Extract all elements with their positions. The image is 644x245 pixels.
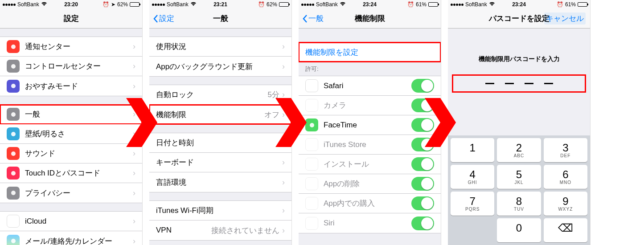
- screen-restrictions: SoftBank 23:24 ⏰ 61% 一般 機能制限 機能制限を設定 許可:…: [299, 0, 441, 245]
- passcode-dash: [525, 83, 533, 84]
- gear-icon: [7, 108, 20, 121]
- svg-point-0: [11, 45, 16, 49]
- settings-row[interactable]: 通知センター›: [0, 37, 142, 57]
- keypad-spacer: [451, 218, 494, 242]
- status-bar: SoftBank 23:24 ⏰ 61%: [448, 0, 590, 9]
- app-label: Appの削除: [324, 179, 411, 189]
- settings-row[interactable]: 一般›: [0, 105, 142, 124]
- row-label: 言語環境: [156, 177, 282, 188]
- nav-bar: 設定 一般: [149, 9, 291, 29]
- svg-point-5: [11, 151, 16, 156]
- app-label: iTunes Store: [324, 140, 411, 149]
- fingerprint-icon: [7, 167, 20, 180]
- settings-row[interactable]: Touch IDとパスコード›: [0, 163, 142, 183]
- status-time: 23:20: [0, 1, 142, 8]
- svg-point-17: [310, 182, 314, 186]
- row-label: Appのバックグラウンド更新: [156, 61, 282, 72]
- general-group-4: iTunes Wi-Fi同期›VPN接続されていません›: [149, 200, 291, 241]
- keypad-key-5[interactable]: 5JKL: [497, 165, 541, 189]
- app-label: インストール: [324, 159, 411, 169]
- row-label: VPN: [156, 226, 211, 235]
- app-row: Siri: [299, 213, 441, 233]
- row-label: iCloud: [25, 217, 133, 226]
- settings-row[interactable]: 機能制限オフ›: [149, 105, 291, 124]
- general-group-1: 使用状況›Appのバックグラウンド更新›: [149, 37, 291, 77]
- row-label: 一般: [25, 109, 133, 119]
- app-label: Siri: [324, 219, 411, 228]
- appstore-icon: [305, 197, 318, 210]
- svg-marker-20: [425, 98, 456, 147]
- svg-point-15: [310, 143, 314, 147]
- settings-row[interactable]: iCloud›: [0, 212, 142, 231]
- settings-row[interactable]: キーボード›: [149, 153, 291, 172]
- settings-row[interactable]: メール/連絡先/カレンダー›: [0, 231, 142, 245]
- page-title: 一般: [149, 13, 291, 24]
- settings-row[interactable]: コントロールセンター›: [0, 57, 142, 76]
- svg-point-13: [310, 103, 314, 108]
- moon-icon: [7, 80, 20, 93]
- key-number: 5: [516, 169, 522, 180]
- keypad-key-7[interactable]: 7PQRS: [451, 192, 494, 216]
- row-label: 壁紙/明るさ: [25, 129, 133, 139]
- keypad-key-0[interactable]: 0: [497, 218, 541, 242]
- passcode-dash: [485, 83, 494, 84]
- settings-row[interactable]: おやすみモード›: [0, 76, 142, 96]
- status-bar: SoftBank 23:21 ⏰ 62%: [149, 0, 291, 9]
- keypad-key-9[interactable]: 9WXYZ: [544, 192, 587, 216]
- settings-row[interactable]: 壁紙/明るさ›: [0, 124, 142, 144]
- wallpaper-icon: [7, 127, 20, 140]
- settings-row[interactable]: プライバシー›: [0, 183, 142, 203]
- settings-group-3: iCloud›メール/連絡先/カレンダー›: [0, 211, 142, 245]
- settings-row[interactable]: サウンド›: [0, 144, 142, 163]
- keypad-delete[interactable]: ⌫: [544, 218, 587, 242]
- enable-restrictions-button[interactable]: 機能制限を設定: [299, 42, 441, 62]
- keypad-key-2[interactable]: 2ABC: [497, 138, 541, 162]
- key-letters: TUV: [514, 207, 524, 212]
- settings-row[interactable]: 日付と時刻›: [149, 133, 291, 153]
- keypad-key-3[interactable]: 3DEF: [544, 138, 587, 162]
- passcode-area: 機能制限用パスコードを入力: [448, 29, 590, 92]
- passcode-dashes: [452, 75, 586, 92]
- keypad-key-4[interactable]: 4GHI: [451, 165, 494, 189]
- app-label: Safari: [324, 82, 411, 90]
- settings-row[interactable]: iTunes Wi-Fi同期›: [149, 201, 291, 220]
- nav-bar: 一般 機能制限: [299, 9, 441, 29]
- row-label: 日付と時刻: [156, 138, 282, 148]
- key-number: 6: [562, 169, 568, 180]
- siri-icon: [305, 217, 318, 230]
- svg-point-1: [11, 64, 16, 69]
- svg-point-2: [11, 84, 16, 88]
- settings-row[interactable]: 言語環境›: [149, 172, 291, 192]
- svg-point-9: [11, 239, 16, 243]
- svg-marker-10: [126, 98, 157, 147]
- speaker-icon: [7, 147, 20, 160]
- svg-point-19: [310, 221, 314, 225]
- keypad-key-1[interactable]: 1: [451, 138, 494, 162]
- itunes-icon: [305, 138, 318, 151]
- enable-restrictions-label: 機能制限を設定: [305, 47, 434, 57]
- key-letters: PQRS: [465, 207, 480, 212]
- key-number: ⌫: [558, 223, 573, 233]
- keypad-key-6[interactable]: 6MNO: [544, 165, 587, 189]
- keypad-key-8[interactable]: 8TUV: [497, 192, 541, 216]
- settings-row[interactable]: 使用状況›: [149, 37, 291, 57]
- status-bar: SoftBank 23:24 ⏰ 61%: [299, 0, 441, 9]
- settings-group-1: 通知センター›コントロールセンター›おやすみモード›: [0, 37, 142, 96]
- general-group-3: 日付と時刻›キーボード›言語環境›: [149, 133, 291, 192]
- facetime-icon: [305, 118, 318, 131]
- notification-icon: [7, 40, 20, 53]
- cancel-button[interactable]: キャンセル: [544, 12, 586, 24]
- svg-point-7: [11, 191, 16, 195]
- key-number: 9: [562, 196, 568, 207]
- row-label: 通知センター: [25, 41, 133, 52]
- settings-row[interactable]: Appのバックグラウンド更新›: [149, 57, 291, 76]
- settings-row[interactable]: 自動ロック5分›: [149, 85, 291, 105]
- key-letters: MNO: [560, 180, 571, 185]
- key-letters: ABC: [514, 153, 525, 158]
- settings-row[interactable]: VPN接続されていません›: [149, 220, 291, 240]
- svg-point-18: [310, 201, 314, 206]
- svg-point-8: [11, 219, 16, 224]
- key-number: 3: [562, 143, 568, 153]
- row-label: おやすみモード: [25, 81, 133, 91]
- row-label: コントロールセンター: [25, 61, 133, 71]
